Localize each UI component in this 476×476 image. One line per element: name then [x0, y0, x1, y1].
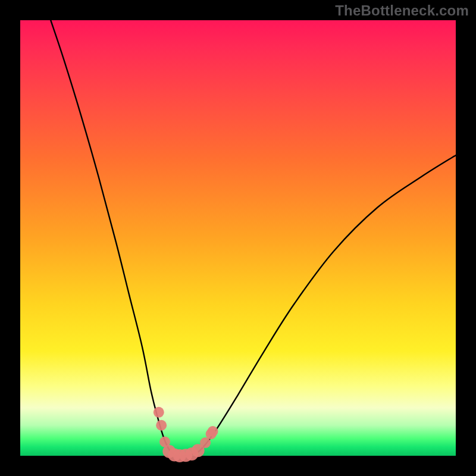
watermark-text: TheBottleneck.com [335, 2, 469, 19]
chart-frame: TheBottleneck.com [0, 0, 476, 476]
curve-layer [20, 20, 456, 456]
bottleneck-curve [51, 20, 456, 456]
plot-area [20, 20, 456, 456]
curve-marker [208, 426, 218, 437]
curve-marker [156, 420, 167, 431]
curve-marker [154, 407, 164, 418]
